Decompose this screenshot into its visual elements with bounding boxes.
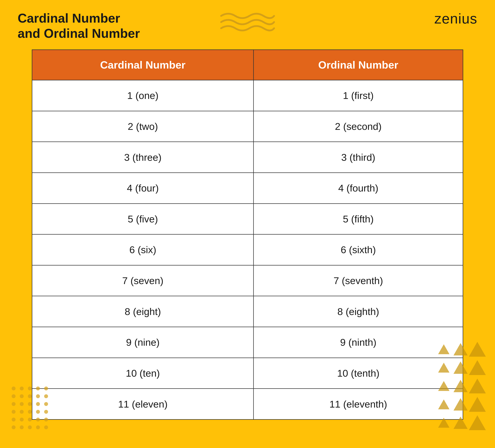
cardinal-cell: 7 (seven) bbox=[32, 265, 254, 296]
table-row: 5 (five)5 (fifth) bbox=[32, 204, 463, 234]
table-row: 6 (six)6 (sixth) bbox=[32, 234, 463, 265]
table-row: 10 (ten)10 (tenth) bbox=[32, 358, 463, 389]
ordinal-cell: 3 (third) bbox=[254, 142, 463, 173]
dots-decoration-icon bbox=[11, 385, 49, 430]
numbers-table: Cardinal Number Ordinal Number 1 (one)1 … bbox=[32, 49, 463, 420]
wave-decoration-icon bbox=[219, 11, 276, 32]
cardinal-cell: 1 (one) bbox=[32, 80, 254, 111]
ordinal-cell: 9 (ninth) bbox=[254, 327, 463, 358]
table-row: 1 (one)1 (first) bbox=[32, 80, 463, 111]
ordinal-header: Ordinal Number bbox=[254, 50, 463, 80]
cardinal-cell: 11 (eleven) bbox=[32, 389, 254, 420]
table-row: 2 (two)2 (second) bbox=[32, 111, 463, 142]
table-row: 9 (nine)9 (ninth) bbox=[32, 327, 463, 358]
cardinal-cell: 5 (five) bbox=[32, 204, 254, 234]
cardinal-cell: 10 (ten) bbox=[32, 358, 254, 389]
cardinal-cell: 3 (three) bbox=[32, 142, 254, 173]
ordinal-cell: 7 (seventh) bbox=[254, 265, 463, 296]
table-row: 3 (three)3 (third) bbox=[32, 142, 463, 173]
ordinal-cell: 6 (sixth) bbox=[254, 234, 463, 265]
cardinal-cell: 4 (four) bbox=[32, 173, 254, 204]
cardinal-cell: 9 (nine) bbox=[32, 327, 254, 358]
triangles-decoration-icon bbox=[437, 342, 484, 430]
table-row: 4 (four)4 (fourth) bbox=[32, 173, 463, 204]
page-title: Cardinal Number and Ordinal Number bbox=[18, 11, 140, 41]
ordinal-cell: 10 (tenth) bbox=[254, 358, 463, 389]
table-row: 8 (eight)8 (eighth) bbox=[32, 296, 463, 327]
ordinal-cell: 11 (eleventh) bbox=[254, 389, 463, 420]
ordinal-cell: 4 (fourth) bbox=[254, 173, 463, 204]
table-row: 11 (eleven)11 (eleventh) bbox=[32, 389, 463, 420]
ordinal-cell: 8 (eighth) bbox=[254, 296, 463, 327]
table-container: Cardinal Number Ordinal Number 1 (one)1 … bbox=[32, 49, 463, 420]
cardinal-cell: 2 (two) bbox=[32, 111, 254, 142]
cardinal-cell: 8 (eight) bbox=[32, 296, 254, 327]
ordinal-cell: 5 (fifth) bbox=[254, 204, 463, 234]
table-header-row: Cardinal Number Ordinal Number bbox=[32, 50, 463, 80]
cardinal-header: Cardinal Number bbox=[32, 50, 254, 80]
cardinal-cell: 6 (six) bbox=[32, 234, 254, 265]
page-background: Cardinal Number and Ordinal Number zeniu… bbox=[0, 0, 495, 448]
logo: zenius bbox=[434, 11, 477, 27]
ordinal-cell: 2 (second) bbox=[254, 111, 463, 142]
table-row: 7 (seven)7 (seventh) bbox=[32, 265, 463, 296]
ordinal-cell: 1 (first) bbox=[254, 80, 463, 111]
